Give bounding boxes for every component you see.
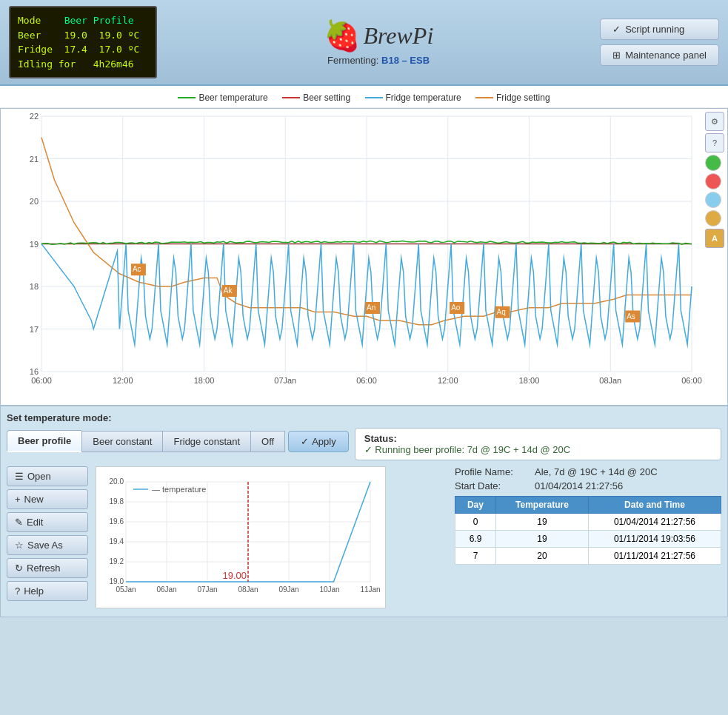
profile-start-label: Start Date:: [455, 480, 529, 491]
header: Mode Beer Profile Beer 19.0 19.0 ºC Frid…: [0, 0, 728, 86]
open-icon: ☰: [15, 471, 24, 482]
apply-check-icon: ✓: [301, 436, 309, 447]
tab-off[interactable]: Off: [250, 431, 285, 452]
save-as-button[interactable]: ☆ Save As: [7, 535, 88, 555]
orange-circle[interactable]: [705, 210, 721, 226]
help-q-icon: ?: [15, 585, 20, 597]
blue-circle[interactable]: [705, 192, 721, 208]
brewpi-logo: 🍓 BrewPi Fermenting: B18 – ESB: [157, 19, 600, 66]
fridge-temp-line: [365, 97, 383, 98]
table-header-datetime: Date and Time: [589, 497, 721, 514]
settings-icon[interactable]: ⚙: [705, 112, 724, 131]
check-icon: ✓: [612, 24, 621, 35]
chart-legend: Beer temperature Beer setting Fridge tem…: [0, 86, 728, 108]
refresh-button[interactable]: ↻ Refresh: [7, 558, 88, 578]
legend-fridge-temp: Fridge temperature: [365, 93, 461, 103]
fermenting-label: Fermenting: B18 – ESB: [157, 55, 600, 66]
temp-mode-label: Set temperature mode:: [7, 412, 721, 423]
profile-name-row: Profile Name: Ale, 7d @ 19C + 14d @ 20C: [455, 466, 721, 477]
green-circle[interactable]: [705, 155, 721, 171]
save-icon: ☆: [15, 540, 24, 551]
status-text: ✓ Running beer profile: 7d @ 19C + 14d @…: [364, 444, 712, 455]
raspberry-icon: 🍓: [324, 19, 361, 53]
table-row: 72001/11/2014 21:27:56: [455, 548, 721, 565]
bottom-content: ☰ Open + New ✎ Edit ☆ Save As ↻ Refresh …: [7, 466, 721, 611]
chart-side-buttons: ⚙ ? A: [705, 112, 724, 248]
table-row: 01901/04/2014 21:27:56: [455, 514, 721, 531]
legend-beer-setting: Beer setting: [282, 93, 350, 103]
table-row: 6.91901/11/2014 19:03:56: [455, 531, 721, 548]
table-header-temp: Temperature: [495, 497, 588, 514]
open-button[interactable]: ☰ Open: [7, 466, 88, 486]
new-button[interactable]: + New: [7, 489, 88, 509]
tab-beer-profile[interactable]: Beer profile: [7, 430, 81, 452]
main-chart-container: ⚙ ? A: [0, 108, 728, 406]
fridge-setting-line: [475, 97, 493, 98]
brewpi-text: BrewPi: [363, 22, 433, 49]
main-chart-canvas: [1, 109, 728, 405]
apply-button[interactable]: ✓ Apply: [288, 431, 349, 452]
profile-start-value: 01/04/2014 21:27:56: [535, 480, 623, 491]
mode-tabs-status: Beer profile Beer constant Fridge consta…: [7, 428, 721, 460]
legend-beer-temp: Beer temperature: [178, 93, 267, 103]
mode-tabs: Beer profile Beer constant Fridge consta…: [7, 430, 349, 452]
tab-beer-constant[interactable]: Beer constant: [81, 431, 162, 452]
beer-setting-line: [282, 97, 300, 98]
script-running-button[interactable]: ✓ Script running: [600, 19, 719, 40]
profile-name-label: Profile Name:: [455, 466, 529, 477]
tab-fridge-constant[interactable]: Fridge constant: [162, 431, 250, 452]
red-circle[interactable]: [705, 173, 721, 189]
profile-table: Day Temperature Date and Time 01901/04/2…: [455, 496, 721, 565]
bottom-panel: Set temperature mode: Beer profile Beer …: [0, 406, 728, 617]
window-icon: ⊞: [612, 50, 621, 61]
edit-icon: ✎: [15, 517, 23, 528]
profile-buttons: ☰ Open + New ✎ Edit ☆ Save As ↻ Refresh …: [7, 466, 88, 611]
maintenance-panel-button[interactable]: ⊞ Maintenance panel: [600, 44, 719, 66]
status-box: Status: ✓ Running beer profile: 7d @ 19C…: [355, 428, 721, 460]
help-icon[interactable]: ?: [705, 133, 724, 152]
lcd-display: Mode Beer Profile Beer 19.0 19.0 ºC Frid…: [9, 6, 157, 78]
profile-name-value: Ale, 7d @ 19C + 14d @ 20C: [535, 466, 658, 477]
new-icon: +: [15, 494, 21, 505]
profile-info: Profile Name: Ale, 7d @ 19C + 14d @ 20C …: [455, 466, 721, 611]
header-buttons: ✓ Script running ⊞ Maintenance panel: [600, 19, 719, 66]
annotation-button[interactable]: A: [705, 229, 724, 248]
refresh-icon: ↻: [15, 563, 23, 574]
edit-button[interactable]: ✎ Edit: [7, 512, 88, 532]
legend-fridge-setting: Fridge setting: [475, 93, 550, 103]
table-header-day: Day: [455, 497, 496, 514]
help-profile-button[interactable]: ? Help: [7, 581, 88, 601]
profile-chart-area: [96, 466, 447, 611]
beer-temp-line: [178, 97, 196, 98]
profile-chart-canvas: [96, 466, 386, 608]
status-label: Status:: [364, 433, 397, 444]
profile-start-row: Start Date: 01/04/2014 21:27:56: [455, 480, 721, 491]
fermenting-link[interactable]: B18 – ESB: [381, 55, 430, 66]
